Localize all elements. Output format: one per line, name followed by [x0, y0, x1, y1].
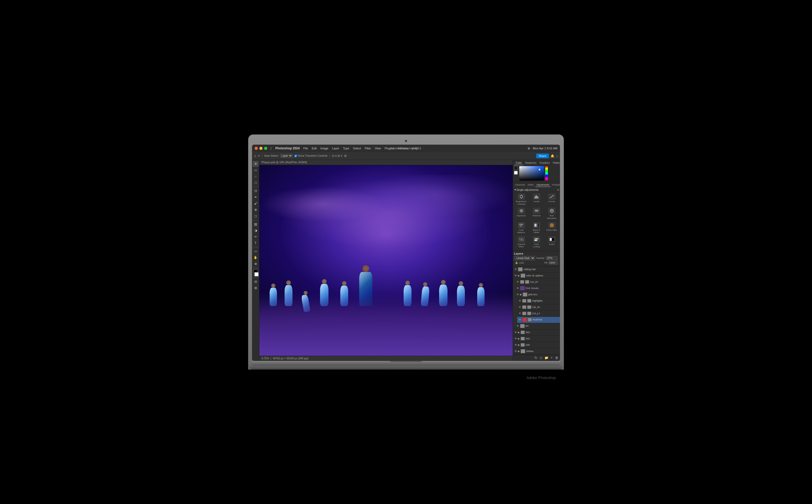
- tool-shape[interactable]: ▭: [253, 248, 259, 254]
- tab-paths[interactable]: Paths: [527, 183, 535, 187]
- tool-pen[interactable]: ✏: [253, 234, 259, 240]
- layer-clothes[interactable]: 👁 ▶ clothes: [513, 348, 560, 355]
- layer-eye-s45[interactable]: 👁: [514, 343, 517, 347]
- adj-brightness-contrast[interactable]: Brightness/Contrast: [514, 193, 528, 206]
- menu-view[interactable]: View: [373, 147, 383, 150]
- fill-input[interactable]: [549, 261, 558, 265]
- tab-adjustments[interactable]: Adjustments: [535, 183, 550, 187]
- layer-eye-cal-jh-2[interactable]: 👁: [518, 306, 521, 309]
- tool-eyedropper[interactable]: ✒: [253, 194, 259, 200]
- add-adjustment-btn[interactable]: fx: [534, 356, 538, 360]
- tool-gradient[interactable]: ▨: [253, 221, 259, 227]
- layer-eye-cal-jh[interactable]: 👁: [516, 280, 519, 283]
- tool-dodge[interactable]: ◑: [253, 228, 259, 233]
- layer-highlights[interactable]: 👁 Highlights: [517, 298, 560, 304]
- minimize-button[interactable]: [259, 147, 263, 150]
- layer-eye-red-pink[interactable]: 👁: [518, 318, 521, 321]
- tab-patterns[interactable]: Patterns: [551, 161, 560, 165]
- layer-eye-clothes[interactable]: 👁: [514, 350, 517, 353]
- adj-exposure[interactable]: Exposure: [514, 207, 528, 220]
- adj-vibrance[interactable]: Vibrance: [529, 207, 544, 220]
- new-layer-btn[interactable]: +: [549, 356, 554, 360]
- layer-eye-color-hl[interactable]: 👁: [514, 274, 517, 277]
- layer-rt[interactable]: 👁 RT: [515, 323, 560, 329]
- menu-edit[interactable]: Edit: [310, 147, 318, 150]
- layer-pink-hls[interactable]: 👁 ▶ pink HLs: [515, 292, 560, 298]
- adj-list-icon[interactable]: ≡: [557, 188, 559, 192]
- transform-controls-checkbox[interactable]: [294, 155, 297, 157]
- layer-color-hl-options[interactable]: 👁 ▶ color HL options: [513, 273, 560, 279]
- tool-type[interactable]: T: [253, 240, 259, 246]
- layer-eye-col-p1[interactable]: 👁: [518, 312, 521, 315]
- notification-icon[interactable]: 🔔: [550, 154, 554, 158]
- tool-hand[interactable]: ✋: [253, 255, 259, 260]
- background-color[interactable]: [254, 272, 259, 276]
- auto-select-dropdown[interactable]: Layer: [280, 154, 293, 158]
- maximize-button[interactable]: [264, 147, 267, 150]
- adj-levels[interactable]: Levels: [529, 193, 544, 206]
- tool-zoom[interactable]: ⊕: [253, 261, 259, 267]
- layer-adding-hair[interactable]: 👁 Adding Hair: [513, 266, 560, 273]
- adj-channel-mixer[interactable]: ChannelMixer: [514, 235, 528, 249]
- tool-eraser[interactable]: ◻: [253, 213, 259, 219]
- layer-eye-s63[interactable]: 👁: [514, 331, 517, 334]
- menu-file[interactable]: File: [302, 147, 310, 150]
- adj-black-white[interactable]: Black &White: [529, 221, 544, 235]
- layer-cal-jh-2[interactable]: 👁 Cal_JH: [517, 304, 560, 311]
- tool-clone[interactable]: ⊕: [253, 207, 259, 213]
- adj-invert[interactable]: Invert: [544, 235, 559, 249]
- new-group-btn[interactable]: 📁: [544, 356, 548, 360]
- menu-app-name[interactable]: Photoshop 2024: [274, 146, 301, 150]
- search-icon[interactable]: ⌕: [556, 154, 558, 158]
- tool-crop[interactable]: ⊡: [253, 188, 259, 194]
- layer-eye-pink-hls[interactable]: 👁: [516, 293, 519, 296]
- layer-col-p1[interactable]: 👁 Col_p 1: [517, 311, 560, 317]
- settings-icon[interactable]: ⚙: [344, 154, 347, 158]
- delete-layer-btn[interactable]: 🗑: [555, 356, 559, 360]
- layer-red-pink[interactable]: 👁 Red/Pink: [517, 317, 560, 323]
- canvas-content[interactable]: [259, 165, 513, 361]
- adj-color-lookup[interactable]: ColorLookup: [529, 235, 544, 249]
- layer-pink-streaks[interactable]: 👁 Pink Streaks: [515, 285, 560, 292]
- tab-properties[interactable]: Properties: [551, 183, 560, 187]
- tool-brush[interactable]: 🖌: [253, 201, 259, 206]
- tab-color[interactable]: Color: [514, 161, 523, 165]
- home-icon[interactable]: ⌂: [254, 154, 256, 158]
- tool-extra-1[interactable]: ⊟: [253, 279, 259, 285]
- foreground-swatch[interactable]: [514, 166, 518, 170]
- tab-gradient[interactable]: Gradient: [538, 161, 551, 165]
- tab-swatches[interactable]: Swatches: [523, 161, 538, 165]
- layer-s63[interactable]: 👁 ▶ S63: [513, 329, 560, 336]
- layer-eye-s42[interactable]: 👁: [514, 337, 517, 340]
- menu-filter[interactable]: Filter: [363, 147, 373, 150]
- add-mask-btn[interactable]: ◻: [539, 356, 543, 360]
- share-button[interactable]: Share: [536, 154, 549, 158]
- menu-type[interactable]: Type: [341, 147, 351, 150]
- menu-layer[interactable]: Layer: [331, 147, 341, 150]
- menu-image[interactable]: Image: [319, 147, 330, 150]
- blend-mode-dropdown[interactable]: Linear Dodge (Add): [514, 256, 535, 260]
- menu-select[interactable]: Select: [351, 147, 363, 150]
- tool-move[interactable]: ✛: [253, 161, 259, 167]
- background-swatch[interactable]: [514, 171, 518, 175]
- color-hue-slider[interactable]: [545, 166, 548, 181]
- layer-s42[interactable]: 👁 ▶ S42: [513, 336, 560, 342]
- adj-curves[interactable]: Curves: [544, 193, 559, 206]
- layer-s45[interactable]: 👁 ▶ S45: [513, 342, 560, 348]
- tool-extra-2[interactable]: ⊞: [253, 285, 259, 291]
- layer-cal-jh[interactable]: 👁 Cal_JH: [515, 279, 560, 285]
- adj-color-balance[interactable]: ColorBalance: [514, 221, 528, 235]
- layer-eye-adding-hair[interactable]: 👁: [514, 268, 517, 271]
- tool-lasso[interactable]: ○: [253, 174, 259, 179]
- tool-marquee[interactable]: ▭: [253, 167, 259, 173]
- layer-eye-pink-streaks[interactable]: 👁: [516, 287, 519, 290]
- layer-eye-rt[interactable]: 👁: [516, 324, 519, 328]
- adj-photo-filter[interactable]: Photo Filter: [544, 221, 559, 235]
- opacity-input[interactable]: [546, 256, 558, 260]
- adj-hue-saturation[interactable]: Hue/Saturation: [544, 207, 559, 220]
- tab-channels[interactable]: Channels: [514, 183, 526, 187]
- color-saturation-picker[interactable]: [519, 166, 544, 181]
- layer-eye-highlights[interactable]: 👁: [518, 299, 521, 302]
- close-button[interactable]: [255, 147, 258, 150]
- tool-magic-wand[interactable]: ⬡: [253, 180, 259, 186]
